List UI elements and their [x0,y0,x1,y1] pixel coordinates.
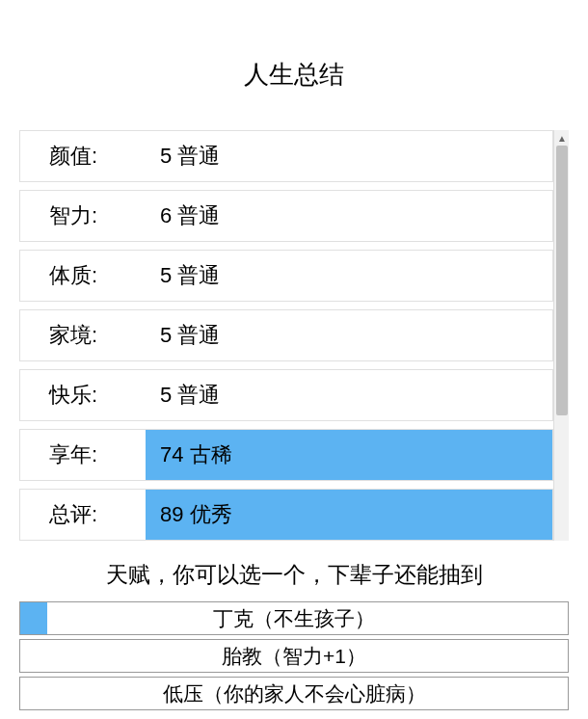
stat-value: 5 普通 [146,370,552,420]
stat-label: 家境: [20,321,146,350]
stat-label: 体质: [20,261,146,290]
stats-wrapper: 颜值:5 普通智力:6 普通体质:5 普通家境:5 普通快乐:5 普通享年:74… [19,130,569,541]
stat-row: 快乐:5 普通 [19,369,553,421]
stat-value: 89 优秀 [146,490,552,540]
stat-row: 享年:74 古稀 [19,429,553,481]
scroll-up-icon[interactable]: ▲ [554,130,570,146]
scrollbar[interactable]: ▲ [553,130,569,541]
talent-prompt: 天赋，你可以选一个，下辈子还能抽到 [19,560,569,590]
stat-label: 颜值: [20,142,146,171]
talent-label: 胎教（智力+1） [222,643,366,670]
talent-list: 丁克（不生孩子）胎教（智力+1）低压（你的家人不会心脏病） [19,601,569,710]
stat-row: 家境:5 普通 [19,309,553,361]
stat-row: 总评:89 优秀 [19,489,553,541]
talent-item[interactable]: 胎教（智力+1） [19,639,569,673]
stat-value: 6 普通 [146,191,552,241]
stat-value: 5 普通 [146,310,552,360]
stat-value: 74 古稀 [146,430,552,480]
stat-value: 5 普通 [146,251,552,301]
talent-label: 低压（你的家人不会心脏病） [163,680,426,707]
stat-label: 总评: [20,500,146,529]
stat-value: 5 普通 [146,131,552,181]
stat-row: 体质:5 普通 [19,250,553,302]
talent-item[interactable]: 低压（你的家人不会心脏病） [19,677,569,710]
summary-container: 人生总结 颜值:5 普通智力:6 普通体质:5 普通家境:5 普通快乐:5 普通… [0,0,588,719]
stat-label: 享年: [20,440,146,469]
scroll-thumb[interactable] [556,146,568,415]
stat-label: 快乐: [20,381,146,410]
stat-label: 智力: [20,201,146,230]
stat-row: 智力:6 普通 [19,190,553,242]
talent-label: 丁克（不生孩子） [213,605,375,632]
stats-list: 颜值:5 普通智力:6 普通体质:5 普通家境:5 普通快乐:5 普通享年:74… [19,130,553,541]
talent-item[interactable]: 丁克（不生孩子） [19,601,569,635]
stat-row: 颜值:5 普通 [19,130,553,182]
page-title: 人生总结 [19,58,569,92]
